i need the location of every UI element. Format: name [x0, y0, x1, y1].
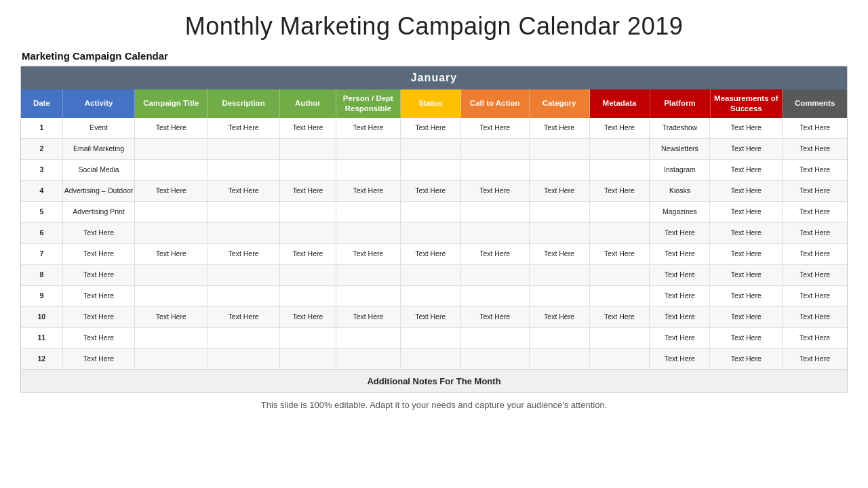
cell-category-9	[530, 286, 590, 306]
cell-metadata-11	[590, 328, 650, 348]
col-header-category: Category	[530, 89, 590, 118]
cell-cta-11	[461, 328, 530, 348]
cell-platform-10: Text Here	[650, 307, 710, 327]
cell-activity-9: Text Here	[63, 286, 136, 306]
footer-bar: Additional Notes For The Month	[21, 369, 847, 392]
cell-date-6: 6	[21, 223, 63, 243]
cell-date-11: 11	[21, 328, 63, 348]
cell-campaign-9	[135, 286, 208, 306]
cell-author-10: Text Here	[280, 307, 336, 327]
cell-person-3	[336, 160, 401, 180]
col-header-author: Author	[280, 89, 336, 118]
cell-measure-5: Text Here	[710, 202, 783, 222]
cell-comments-1: Text Here	[783, 118, 847, 138]
cell-category-6	[530, 223, 590, 243]
cell-author-6	[280, 223, 336, 243]
cell-metadata-8	[590, 265, 650, 285]
cell-cta-10: Text Here	[461, 307, 530, 327]
cell-date-1: 1	[21, 118, 63, 138]
table-row: 1EventText HereText HereText HereText He…	[21, 118, 847, 139]
cell-platform-6: Text Here	[650, 223, 710, 243]
cell-measure-3: Text Here	[710, 160, 783, 180]
cell-status-7: Text Here	[401, 244, 461, 264]
col-header-desc: Description	[208, 89, 280, 118]
cell-desc-2	[208, 139, 280, 159]
cell-cta-2	[461, 139, 530, 159]
cell-metadata-9	[590, 286, 650, 306]
cell-desc-4: Text Here	[208, 181, 280, 201]
cell-campaign-2	[135, 139, 208, 159]
cell-author-9	[280, 286, 336, 306]
cell-measure-9: Text Here	[710, 286, 783, 306]
col-header-campaign: Campaign Title	[135, 89, 208, 118]
cell-campaign-7: Text Here	[135, 244, 208, 264]
cell-cta-12	[461, 349, 530, 369]
cell-metadata-12	[590, 349, 650, 369]
cell-status-10: Text Here	[401, 307, 461, 327]
cell-desc-1: Text Here	[208, 118, 280, 138]
cell-measure-2: Text Here	[710, 139, 783, 159]
cell-status-2	[401, 139, 461, 159]
cell-cta-5	[461, 202, 530, 222]
cell-comments-6: Text Here	[783, 223, 847, 243]
cell-platform-4: Kiosks	[650, 181, 710, 201]
cell-person-4: Text Here	[336, 181, 401, 201]
cell-metadata-2	[590, 139, 650, 159]
cell-person-1: Text Here	[336, 118, 401, 138]
cell-comments-7: Text Here	[783, 244, 847, 264]
col-header-comments: Comments	[783, 89, 847, 118]
cell-activity-12: Text Here	[63, 349, 136, 369]
cell-date-9: 9	[21, 286, 63, 306]
cell-desc-11	[208, 328, 280, 348]
cell-comments-9: Text Here	[783, 286, 847, 306]
cell-date-4: 4	[21, 181, 63, 201]
cell-measure-8: Text Here	[710, 265, 783, 285]
col-header-platform: Platform	[650, 89, 711, 118]
table-row: 2Email MarketingNewslettersText HereText…	[21, 139, 847, 160]
cell-desc-9	[208, 286, 280, 306]
cell-person-5	[336, 202, 401, 222]
cell-category-7: Text Here	[530, 244, 590, 264]
cell-cta-6	[461, 223, 530, 243]
cell-category-5	[530, 202, 590, 222]
cell-author-2	[280, 139, 336, 159]
cell-activity-2: Email Marketing	[63, 139, 136, 159]
cell-date-7: 7	[21, 244, 63, 264]
cell-measure-4: Text Here	[710, 181, 783, 201]
cell-activity-10: Text Here	[63, 307, 136, 327]
cell-metadata-5	[590, 202, 650, 222]
cell-status-12	[401, 349, 461, 369]
cell-status-4: Text Here	[401, 181, 461, 201]
cell-campaign-11	[135, 328, 208, 348]
cell-person-11	[336, 328, 401, 348]
table-row: 10Text HereText HereText HereText HereTe…	[21, 307, 847, 328]
cell-category-12	[530, 349, 590, 369]
cell-metadata-3	[590, 160, 650, 180]
cell-author-3	[280, 160, 336, 180]
table-row: 12Text HereText HereText HereText Here	[21, 349, 847, 369]
cell-desc-12	[208, 349, 280, 369]
cell-comments-11: Text Here	[783, 328, 847, 348]
cell-date-5: 5	[21, 202, 63, 222]
cell-desc-3	[208, 160, 280, 180]
cell-activity-5: Advertising Print	[63, 202, 136, 222]
page-title: Monthly Marketing Campaign Calendar 2019	[185, 12, 683, 41]
cell-platform-1: Tradeshow	[650, 118, 710, 138]
cell-platform-3: Instagram	[650, 160, 710, 180]
calendar-wrapper: January DateActivityCampaign TitleDescri…	[20, 66, 848, 393]
cell-cta-7: Text Here	[461, 244, 530, 264]
cell-platform-5: Magazines	[650, 202, 710, 222]
cell-category-2	[530, 139, 590, 159]
cell-activity-11: Text Here	[63, 328, 136, 348]
cell-metadata-10: Text Here	[590, 307, 650, 327]
cell-date-10: 10	[21, 307, 63, 327]
table-row: 4Advertising – OutdoorText HereText Here…	[21, 181, 847, 202]
cell-status-11	[401, 328, 461, 348]
cell-person-8	[336, 265, 401, 285]
cell-campaign-3	[135, 160, 208, 180]
cell-campaign-10: Text Here	[135, 307, 208, 327]
section-label: Marketing Campaign Calendar	[22, 50, 168, 62]
cell-comments-8: Text Here	[783, 265, 847, 285]
cell-desc-5	[208, 202, 280, 222]
cell-comments-3: Text Here	[783, 160, 847, 180]
